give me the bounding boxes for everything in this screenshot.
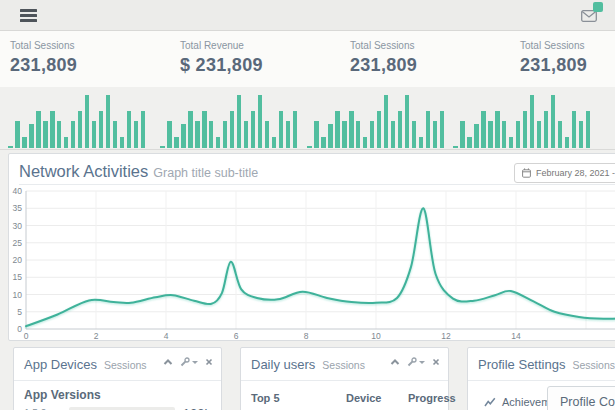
daily-users-card: Daily usersSessions Top 5 Device Progres… <box>240 347 449 410</box>
card-header: App DevicesSessions <box>14 348 221 381</box>
divider <box>19 184 615 185</box>
notification-badge <box>593 2 603 12</box>
svg-text:35: 35 <box>13 203 23 213</box>
line-chart: 051015202530354002468101214 <box>9 186 615 340</box>
svg-text:0: 0 <box>24 331 29 340</box>
svg-text:40: 40 <box>13 186 23 196</box>
sparkline-bars <box>8 90 150 148</box>
messages-button[interactable] <box>581 8 597 20</box>
svg-text:6: 6 <box>234 331 239 340</box>
svg-text:12: 12 <box>441 331 451 340</box>
top-navbar <box>0 0 615 31</box>
svg-text:2: 2 <box>94 331 99 340</box>
svg-text:20: 20 <box>13 255 23 265</box>
svg-text:8: 8 <box>304 331 309 340</box>
collapse-icon[interactable] <box>163 358 173 366</box>
card-header: Profile SettingsSessions <box>468 348 615 381</box>
column-header: Top 5 <box>251 392 346 404</box>
card-title: Daily users <box>251 357 315 372</box>
table-header-row: Top 5 Device Progress <box>241 381 448 404</box>
sparkline-bars <box>160 90 302 148</box>
svg-text:4: 4 <box>164 331 169 340</box>
chart-subtitle: Graph title sub-title <box>153 166 258 180</box>
stat-tile: Total Revenue $ 231,809 <box>180 40 263 76</box>
svg-text:10: 10 <box>13 290 23 300</box>
network-activities-card: Network ActivitiesGraph title sub-title … <box>8 153 615 341</box>
stat-value: 231,809 <box>10 55 77 76</box>
date-range-button[interactable]: February 28, 2021 - March 13, 2021 <box>514 163 615 183</box>
stat-label: Total Sessions <box>10 40 77 51</box>
calendar-icon <box>522 168 531 178</box>
close-icon[interactable] <box>432 358 440 366</box>
stat-tile: Total Sessions 231,809 <box>10 40 77 76</box>
stat-tiles-row: Total Sessions 231,809 Total Revenue $ 2… <box>0 31 615 87</box>
svg-text:14: 14 <box>511 331 521 340</box>
card-title: Profile Settings <box>478 357 565 372</box>
profile-completion-button[interactable]: Profile Completion <box>547 386 615 410</box>
stat-label: Total Sessions <box>520 40 587 51</box>
svg-text:0: 0 <box>17 324 22 334</box>
dashboard-page: Total Sessions 231,809 Total Revenue $ 2… <box>0 0 615 410</box>
stat-tile: Total Sessions 231,809 <box>350 40 417 76</box>
card-tag: Sessions <box>322 359 365 371</box>
profile-settings-card: Profile SettingsSessions Achievements Pr… <box>467 347 615 410</box>
stat-value: 231,809 <box>350 55 417 76</box>
menu-toggle-icon[interactable] <box>20 9 37 24</box>
stat-label: Total Sessions <box>350 40 417 51</box>
svg-text:10: 10 <box>371 331 381 340</box>
chart-title: Network Activities <box>19 162 148 180</box>
line-chart-icon <box>484 397 496 407</box>
collapse-icon[interactable] <box>390 358 400 366</box>
settings-wrench-icon[interactable] <box>180 357 198 367</box>
app-devices-card: App DevicesSessions App Versions 1.5.2 1… <box>13 347 222 410</box>
column-header: Device <box>346 392 408 404</box>
card-header: Daily usersSessions <box>241 348 448 381</box>
date-range-label: February 28, 2021 - March 13, 2021 <box>536 168 615 178</box>
stat-label: Total Revenue <box>180 40 263 51</box>
stat-tile: Total Sessions 231,809 <box>520 40 587 76</box>
app-version-row: 1.5.2 123k <box>14 402 221 410</box>
sparkline-band <box>0 87 615 150</box>
svg-text:25: 25 <box>13 238 23 248</box>
sparkline-bars <box>453 90 595 148</box>
stat-value: $ 231,809 <box>180 55 263 76</box>
section-title: App Versions <box>14 381 221 402</box>
sessions-count: 123k <box>183 406 211 410</box>
chart-header: Network ActivitiesGraph title sub-title <box>19 162 258 181</box>
svg-text:15: 15 <box>13 272 23 282</box>
column-header: Progress <box>408 392 458 404</box>
card-title: App Devices <box>24 357 97 372</box>
close-icon[interactable] <box>205 358 213 366</box>
svg-text:30: 30 <box>13 221 23 231</box>
svg-text:5: 5 <box>17 307 22 317</box>
card-tag: Sessions <box>104 359 147 371</box>
stat-value: 231,809 <box>520 55 587 76</box>
settings-wrench-icon[interactable] <box>407 357 425 367</box>
sparkline-bars <box>307 90 449 148</box>
card-tag: Sessions <box>572 359 615 371</box>
